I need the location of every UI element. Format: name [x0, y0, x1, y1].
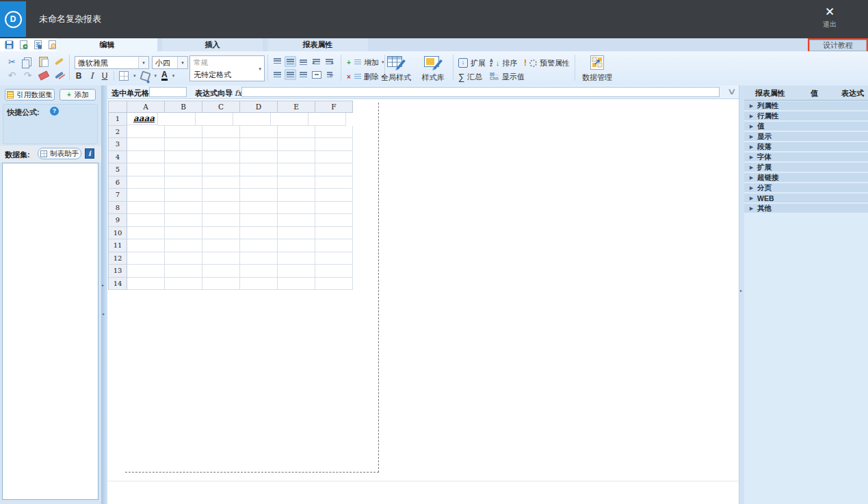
reference-dataset-button[interactable]: 引用数据集 [5, 89, 55, 101]
valign-bottom-button[interactable] [298, 56, 309, 67]
grid-column-header-A[interactable]: A [127, 101, 165, 113]
grid-cell-D3[interactable] [240, 138, 278, 151]
expression-input[interactable] [241, 87, 720, 97]
tab-insert[interactable]: 插入 [162, 38, 263, 51]
chevron-down-icon[interactable]: ▾ [155, 73, 157, 79]
fx-icon[interactable]: fx [235, 89, 241, 98]
cut-icon[interactable]: ✂ [8, 57, 16, 66]
grid-cell-F4[interactable] [315, 151, 353, 164]
chevron-down-icon[interactable]: ▾ [138, 57, 148, 68]
grid-cell-E3[interactable] [278, 138, 315, 151]
global-style-button[interactable]: 全局样式 [378, 54, 415, 83]
grid-cell-E11[interactable] [278, 239, 315, 252]
grid-cell-F5[interactable] [315, 163, 353, 176]
right-splitter[interactable]: ▸ [739, 85, 744, 504]
grid-cell-C14[interactable] [202, 278, 240, 291]
grid-cell-F9[interactable] [315, 214, 353, 227]
grid-cell-C13[interactable] [202, 265, 240, 278]
grid-cell-D6[interactable] [240, 176, 278, 189]
grid-row-header-12[interactable]: 12 [109, 252, 127, 265]
grid-column-header-C[interactable]: C [202, 101, 240, 113]
chevron-down-icon[interactable]: ▾ [259, 66, 261, 72]
grid-cell-E9[interactable] [278, 214, 315, 227]
grid-cell-A9[interactable] [127, 214, 165, 227]
grid-cell-D14[interactable] [240, 278, 278, 291]
grid-cell-C11[interactable] [202, 239, 240, 252]
export-excel-icon[interactable] [19, 40, 28, 49]
grid-row-header-6[interactable]: 6 [109, 176, 127, 189]
grid-row-header-11[interactable]: 11 [109, 239, 127, 252]
italic-button[interactable]: I [88, 71, 96, 81]
grid-cell-B6[interactable] [165, 176, 202, 189]
eraser-icon[interactable] [38, 70, 49, 81]
grid-cell-E13[interactable] [278, 265, 315, 278]
grid-row-header-4[interactable]: 4 [109, 151, 127, 164]
grid-cell-D7[interactable] [240, 189, 278, 202]
chevron-down-icon[interactable]: ▾ [177, 57, 187, 68]
grid-cell-F2[interactable] [315, 126, 353, 139]
grid-cell-D2[interactable] [240, 126, 278, 139]
warning-props-button[interactable]: ! 预警属性 [524, 57, 570, 68]
grid-cell-E5[interactable] [278, 163, 315, 176]
property-item-pagination[interactable]: ▶分页 [744, 183, 868, 192]
grid-cell-F3[interactable] [315, 138, 353, 151]
data-management-button[interactable]: 数据管理 [579, 54, 616, 83]
grid-cell-F8[interactable] [315, 202, 353, 215]
align-left-button[interactable] [272, 69, 283, 80]
grid-cell-E4[interactable] [278, 151, 315, 164]
property-item-value[interactable]: ▶值 [744, 122, 868, 131]
cell-style-dropdown[interactable]: 常规 无特定格式 ▾ [189, 55, 265, 81]
property-item-web[interactable]: ▶WEB [744, 194, 868, 202]
grid-cell-E10[interactable] [278, 227, 315, 240]
grid-cell-E8[interactable] [278, 202, 315, 215]
property-item-font[interactable]: ▶字体 [744, 152, 868, 161]
grid-cell-C12[interactable] [202, 252, 240, 265]
grid-cell-A14[interactable] [127, 278, 165, 291]
grid-column-header-B[interactable]: B [165, 101, 202, 113]
fill-color-icon[interactable] [140, 70, 150, 81]
grid-cell-B5[interactable] [165, 163, 202, 176]
grid-cell-B7[interactable] [165, 189, 202, 202]
grid-cell-E6[interactable] [278, 176, 315, 189]
wrap-text-button[interactable]: ↵ [324, 69, 335, 80]
display-value-button[interactable]: 86→ Chn 显示值 [490, 71, 525, 82]
font-family-dropdown[interactable]: 微软雅黑 ▾ [75, 56, 149, 69]
grid-cell-C3[interactable] [202, 138, 240, 151]
grid-cell-F12[interactable] [315, 252, 353, 265]
style-library-button[interactable]: 样式库 [415, 54, 451, 83]
grid-row-header-8[interactable]: 8 [109, 202, 127, 215]
indent-decrease-button[interactable]: ◂ [311, 56, 322, 67]
collapse-panel-arrow-icon[interactable]: ▸ [740, 288, 742, 293]
grid-cell-C9[interactable] [202, 214, 240, 227]
sort-button[interactable]: AZ ↓ 排序 [490, 57, 517, 68]
valign-middle-button[interactable] [285, 56, 296, 67]
tab-edit[interactable]: 编辑 [57, 38, 157, 51]
grid-cell-B1[interactable] [158, 113, 196, 126]
grid-cell-E2[interactable] [278, 126, 315, 139]
grid-cell-B11[interactable] [165, 239, 202, 252]
grid-cell-D8[interactable] [240, 202, 278, 215]
redo-icon[interactable]: ↷ [24, 70, 32, 80]
grid-row-header-2[interactable]: 2 [109, 126, 127, 139]
underline-button[interactable]: U [101, 71, 109, 81]
copy-icon[interactable] [24, 57, 31, 66]
chevron-down-icon[interactable]: ▾ [133, 73, 136, 79]
grid-cell-B12[interactable] [165, 252, 202, 265]
grid-cell-B9[interactable] [165, 214, 202, 227]
clear-format-icon[interactable] [55, 72, 64, 79]
grid-cell-F10[interactable] [315, 227, 353, 240]
grid-row-header-3[interactable]: 3 [109, 138, 127, 151]
grid-cell-C6[interactable] [202, 176, 240, 189]
align-center-button[interactable] [285, 69, 296, 80]
format-painter-icon[interactable] [55, 58, 64, 66]
grid-cell-A11[interactable] [127, 239, 165, 252]
collapse-left-arrow-icon[interactable]: ▸ [102, 282, 104, 287]
grid-cell-D12[interactable] [240, 252, 278, 265]
report-canvas[interactable]: ABCDEF 1aaaa234567891011121314 [107, 100, 739, 504]
exit-button[interactable]: ✕ 退出 [812, 5, 847, 29]
property-item-hyperlink[interactable]: ▶超链接 [744, 173, 868, 182]
grid-cell-C1[interactable] [196, 113, 233, 126]
align-right-button[interactable] [298, 69, 309, 80]
grid-cell-A7[interactable] [127, 189, 165, 202]
collapse-right-arrow-icon[interactable]: ◂ [102, 311, 104, 316]
